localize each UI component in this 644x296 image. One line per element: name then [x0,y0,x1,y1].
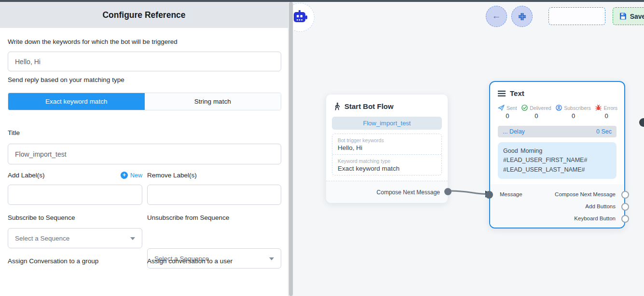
window-top-edge [0,0,644,2]
check-circle-icon [521,105,528,111]
assign-user-label: Assign conversation to a user [147,257,233,265]
delay-setting[interactable]: ... Delay 0 Sec [498,126,617,137]
flow-name-pill[interactable]: Flow_import_test [332,117,442,130]
output-add-buttons-label: Add Buttons [585,203,616,209]
person-circle-icon [556,105,562,111]
arrow-left-icon: ← [492,11,501,21]
drag-handle-icon[interactable] [498,91,506,96]
title-input[interactable] [8,144,281,164]
scrollbar-thumb[interactable] [289,2,293,296]
assign-group-label: Assign Conversation to a group [8,257,98,265]
chevron-down-icon [269,257,274,260]
message-input-port[interactable] [485,191,493,199]
matching-type-mini-label: Keyword matching type [338,158,436,164]
message-bubble[interactable]: Good Morning #LEAD_USER_FIRST_NAME# #LEA… [498,142,617,179]
add-buttons-port[interactable] [621,203,629,211]
unsubscribe-sequence-label: Unsubscribe from Sequence [147,214,229,221]
walking-person-icon [334,102,341,110]
page-title: Configure Reference [0,2,288,28]
bot-menu-button[interactable] [293,3,315,32]
stats-row: Sent 0 Delivered 0 Subscribers [490,97,624,120]
delay-label: ... Delay [503,128,525,135]
trigger-keywords-label: Bot trigger keywords [338,137,436,143]
save-button[interactable]: Save [613,7,644,25]
back-button[interactable]: ← [486,6,507,27]
plus-icon: + [121,172,128,179]
matching-type-label: Send reply based on your matching type [8,76,124,83]
save-icon [619,13,627,20]
start-node-footer: Compose Next Message [326,181,448,203]
remove-labels-input[interactable] [147,185,281,205]
compose-next-message-label: Compose Next Message [377,189,440,196]
text-message-node[interactable]: Text Sent 0 Delivered 0 [489,81,625,229]
trigger-config-box: Bot trigger keywords Hello, Hi Keyword m… [332,134,442,175]
add-labels-input[interactable] [8,185,142,205]
output-compose-next-message-label: Compose Next Message [555,191,616,197]
keyboard-button-port[interactable] [621,215,629,223]
offscreen-port[interactable] [639,118,644,127]
robot-icon [293,10,308,25]
toolbar-ghost-button[interactable] [548,7,605,25]
panel-scrollbar[interactable] [288,2,293,296]
start-bot-flow-node[interactable]: Start Bot Flow Flow_import_test Bot trig… [326,94,448,203]
delay-value: 0 Sec [596,128,612,135]
stat-errors: Errors 0 [595,105,617,120]
remove-labels-label: Remove Label(s) [147,172,197,179]
keywords-label: Write down the keywords for which the bo… [8,38,178,45]
matching-type-value: Exact keyword match [338,165,436,172]
add-labels-label: Add Label(s) [8,172,45,179]
subscribe-sequence-select[interactable]: Select a Sequence [8,228,142,248]
output-keyboard-button-label: Keyboard Button [574,215,616,221]
keywords-input[interactable] [8,52,281,71]
tab-exact-keyword-match[interactable]: Exact keyword match [8,93,145,110]
title-label: Title [8,129,20,136]
bug-icon [595,105,602,111]
tab-string-match[interactable]: String match [145,93,281,110]
start-node-title: Start Bot Flow [344,102,394,110]
message-input-label: Message [500,191,522,197]
matching-type-tabs: Exact keyword match String match [8,93,281,110]
chevron-down-icon [130,237,135,240]
start-output-port[interactable] [444,188,452,195]
subscribe-sequence-label: Subscribe to Sequence [8,214,75,221]
text-node-title: Text [510,89,524,97]
configure-panel: Configure Reference Write down the keywo… [0,0,288,296]
stat-subscribers: Subscribers 0 [556,105,590,120]
fit-view-button[interactable] [511,6,533,27]
new-label-link[interactable]: + New [121,172,142,179]
stat-sent: Sent 0 [498,105,517,120]
flow-canvas[interactable]: ← Save Start Bot [293,0,644,296]
compose-next-message-port[interactable] [621,191,629,199]
stat-delivered: Delivered 0 [521,105,551,120]
trigger-keywords-value: Hello, Hi [338,144,436,151]
panel-header: Configure Reference [0,2,288,28]
compress-icon [518,13,526,21]
paper-plane-icon [498,105,505,111]
